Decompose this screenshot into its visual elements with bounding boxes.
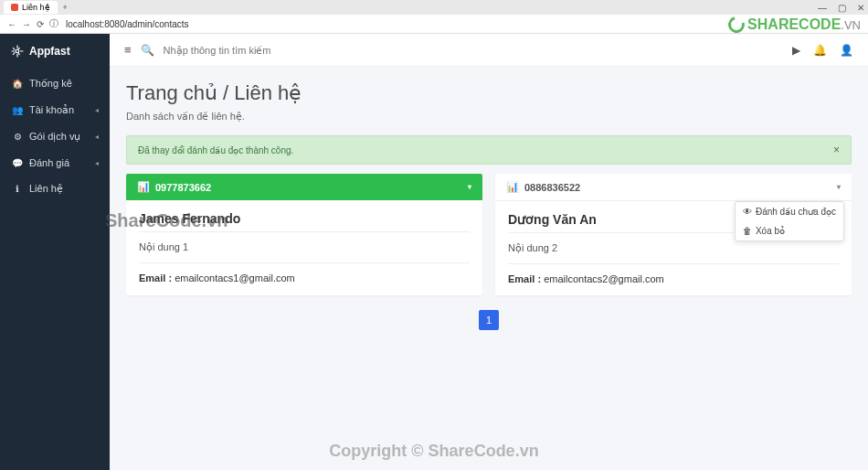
- chevron-left-icon: ◂: [95, 159, 99, 167]
- sidebar-item-reviews[interactable]: 💬 Đánh giá ◂: [0, 150, 110, 176]
- brand-text: Appfast: [29, 45, 70, 58]
- back-button[interactable]: ←: [7, 19, 16, 29]
- card-content: Nội dung 2: [508, 242, 839, 254]
- search-icon[interactable]: 🔍: [141, 44, 154, 57]
- tab-bar: Liên hệ + — ▢ ✕: [0, 0, 868, 15]
- card-phone: 0886836522: [524, 182, 580, 193]
- window-controls: — ▢ ✕: [818, 3, 864, 13]
- maximize-button[interactable]: ▢: [838, 3, 846, 13]
- topbar: ≡ 🔍 ▶ 🔔 👤: [110, 34, 868, 67]
- sidebar-item-contact[interactable]: ℹ Liên hệ: [0, 176, 110, 202]
- content: Trang chủ / Liên hệ Danh sách vấn đề liê…: [110, 67, 868, 345]
- chevron-down-icon[interactable]: ▾: [468, 183, 471, 191]
- sidebar-item-packages[interactable]: ⚙ Gói dịch vụ ◂: [0, 123, 110, 150]
- close-window-button[interactable]: ✕: [857, 3, 864, 13]
- pagination: 1: [126, 310, 852, 330]
- chevron-left-icon: ◂: [95, 106, 99, 114]
- card-content: Nội dung 1: [139, 241, 470, 253]
- reload-button[interactable]: ⟳: [37, 19, 44, 29]
- svg-point-0: [16, 49, 19, 53]
- url-text[interactable]: localhost:8080/admin/contacts: [66, 19, 189, 29]
- youtube-icon[interactable]: ▶: [792, 44, 800, 57]
- tab-title: Liên hệ: [22, 3, 50, 12]
- sidebar-item-label: Gói dịch vụ: [29, 131, 80, 143]
- chart-icon: 📊: [137, 181, 150, 193]
- dropdown-delete[interactable]: 🗑 Xóa bỏ: [736, 221, 843, 240]
- card-phone: 0977873662: [155, 182, 211, 193]
- users-icon: 👥: [11, 105, 24, 115]
- menu-toggle-icon[interactable]: ≡: [124, 43, 132, 57]
- alert-close-icon[interactable]: ×: [833, 144, 840, 156]
- chevron-down-icon[interactable]: ▾: [837, 183, 841, 191]
- main: ≡ 🔍 ▶ 🔔 👤 Trang chủ / Liên hệ Danh sách …: [110, 34, 868, 470]
- contact-card: 📊 0886836522 ▾ 👁 Đánh dấu chưa đọc 🗑 Xóa…: [495, 174, 852, 295]
- divider: [508, 263, 839, 264]
- sharecode-logo: SHARECODE.VN: [728, 16, 861, 33]
- home-icon: 🏠: [11, 79, 24, 89]
- card-email-row: Email : emailcontacs2@gmail.com: [508, 273, 839, 284]
- card-header: 📊 0886836522 ▾: [495, 174, 852, 201]
- search-input[interactable]: [164, 45, 783, 56]
- email-label: Email :: [139, 272, 172, 283]
- brand-icon: [11, 45, 24, 58]
- sidebar: Appfast 🏠 Thống kê 👥 Tài khoản ◂ ⚙ Gói d…: [0, 34, 110, 470]
- tab-favicon: [11, 4, 18, 11]
- dropdown-mark-unread[interactable]: 👁 Đánh dấu chưa đọc: [736, 202, 843, 221]
- trash-icon: 🗑: [743, 226, 752, 236]
- alert-text: Đã thay đổi đánh dấu đọc thành công.: [138, 145, 293, 155]
- browser-tab[interactable]: Liên hệ: [4, 1, 58, 14]
- user-icon[interactable]: 👤: [840, 44, 853, 57]
- forward-button[interactable]: →: [22, 19, 31, 29]
- dropdown-label: Đánh dấu chưa đọc: [756, 207, 836, 217]
- new-tab-button[interactable]: +: [58, 3, 73, 12]
- card-email-row: Email : emailcontacs1@gmail.com: [139, 272, 470, 283]
- eye-icon: 👁: [743, 207, 752, 217]
- brand[interactable]: Appfast: [0, 45, 110, 70]
- chart-icon: 📊: [506, 181, 519, 193]
- page-subtitle: Danh sách vấn đề liên hệ.: [126, 111, 852, 123]
- sidebar-item-label: Tài khoản: [29, 104, 74, 116]
- chat-icon: 💬: [11, 158, 24, 168]
- email-value: emailcontacs2@gmail.com: [544, 273, 664, 284]
- info-icon[interactable]: ⓘ: [49, 17, 58, 30]
- sidebar-item-accounts[interactable]: 👥 Tài khoản ◂: [0, 97, 110, 123]
- sidebar-item-stats[interactable]: 🏠 Thống kê: [0, 70, 110, 97]
- chevron-left-icon: ◂: [95, 133, 99, 141]
- divider: [139, 262, 470, 263]
- gear-icon: ⚙: [11, 132, 24, 142]
- email-label: Email :: [508, 273, 541, 284]
- sidebar-item-label: Đánh giá: [29, 157, 69, 168]
- email-value: emailcontacs1@gmail.com: [175, 272, 295, 283]
- sidebar-item-label: Thống kê: [29, 78, 72, 90]
- sidebar-item-label: Liên hệ: [29, 183, 63, 195]
- page-button[interactable]: 1: [479, 310, 499, 330]
- card-dropdown: 👁 Đánh dấu chưa đọc 🗑 Xóa bỏ: [735, 201, 844, 241]
- contact-card: 📊 0977873662 ▾ James Fernando Nội dung 1…: [126, 174, 482, 295]
- info-icon: ℹ: [11, 184, 24, 194]
- minimize-button[interactable]: —: [818, 3, 827, 13]
- card-name: James Fernando: [139, 211, 470, 226]
- success-alert: Đã thay đổi đánh dấu đọc thành công. ×: [126, 135, 852, 165]
- dropdown-label: Xóa bỏ: [756, 226, 785, 236]
- divider: [139, 231, 470, 232]
- page-title: Trang chủ / Liên hệ: [126, 81, 852, 105]
- card-header: 📊 0977873662 ▾: [126, 174, 482, 200]
- bell-icon[interactable]: 🔔: [813, 44, 827, 57]
